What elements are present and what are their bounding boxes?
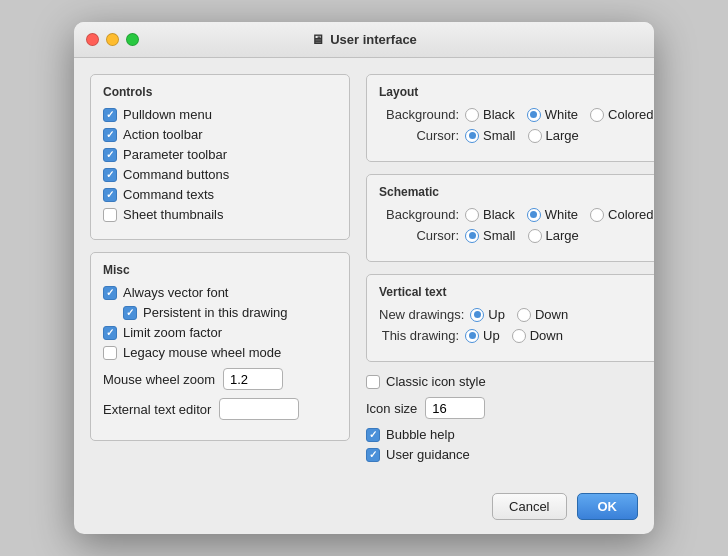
this-drawing-down-label: Down — [530, 328, 563, 343]
schematic-cursor-large[interactable]: Large — [528, 228, 579, 243]
this-drawing-label: This drawing: — [379, 328, 459, 343]
new-drawings-up-radio[interactable] — [470, 308, 484, 322]
mouse-zoom-input[interactable] — [223, 368, 283, 390]
new-drawings-up[interactable]: Up — [470, 307, 505, 322]
limit-zoom-label: Limit zoom factor — [123, 325, 222, 340]
this-drawing-down-radio[interactable] — [512, 329, 526, 343]
external-editor-input[interactable] — [219, 398, 299, 420]
mouse-zoom-row: Mouse wheel zoom — [103, 368, 337, 390]
command-buttons-label: Command buttons — [123, 167, 229, 182]
this-drawing-row: This drawing: Up Down — [379, 328, 654, 343]
pulldown-menu-row: Pulldown menu — [103, 107, 337, 122]
this-drawing-up[interactable]: Up — [465, 328, 500, 343]
schematic-bg-white-radio[interactable] — [527, 208, 541, 222]
parameter-toolbar-checkbox[interactable] — [103, 148, 117, 162]
window-controls — [86, 33, 139, 46]
schematic-bg-black-radio[interactable] — [465, 208, 479, 222]
user-guidance-label: User guidance — [386, 447, 470, 462]
schematic-bg-colored-radio[interactable] — [590, 208, 604, 222]
schematic-cursor-large-radio[interactable] — [528, 229, 542, 243]
window-title: 🖥 User interface — [311, 32, 417, 47]
new-drawings-label: New drawings: — [379, 307, 464, 322]
layout-cursor-large-label: Large — [546, 128, 579, 143]
vector-font-checkbox[interactable] — [103, 286, 117, 300]
new-drawings-down[interactable]: Down — [517, 307, 568, 322]
schematic-bg-black[interactable]: Black — [465, 207, 515, 222]
new-drawings-down-label: Down — [535, 307, 568, 322]
schematic-cursor-row: Cursor: Small Large — [379, 228, 654, 243]
layout-bg-colored[interactable]: Colored — [590, 107, 654, 122]
schematic-section: Schematic Background: Black White — [366, 174, 654, 262]
parameter-toolbar-row: Parameter toolbar — [103, 147, 337, 162]
vertical-text-section: Vertical text New drawings: Up Down — [366, 274, 654, 362]
user-guidance-checkbox[interactable] — [366, 448, 380, 462]
left-panel: Controls Pulldown menu Action toolbar Pa… — [90, 74, 350, 467]
layout-bg-black[interactable]: Black — [465, 107, 515, 122]
layout-background-group: Black White Colored — [465, 107, 654, 122]
new-drawings-row: New drawings: Up Down — [379, 307, 654, 322]
layout-bg-colored-radio[interactable] — [590, 108, 604, 122]
limit-zoom-checkbox[interactable] — [103, 326, 117, 340]
new-drawings-down-radio[interactable] — [517, 308, 531, 322]
main-window: 🖥 User interface Controls Pulldown menu … — [74, 22, 654, 534]
schematic-cursor-small-radio[interactable] — [465, 229, 479, 243]
icon-size-row: Icon size — [366, 397, 654, 419]
bubble-help-checkbox[interactable] — [366, 428, 380, 442]
this-drawing-down[interactable]: Down — [512, 328, 563, 343]
layout-cursor-small-label: Small — [483, 128, 516, 143]
legacy-mouse-row: Legacy mouse wheel mode — [103, 345, 337, 360]
new-drawings-group: Up Down — [470, 307, 568, 322]
ok-button[interactable]: OK — [577, 493, 639, 520]
minimize-button[interactable] — [106, 33, 119, 46]
schematic-bg-white[interactable]: White — [527, 207, 578, 222]
pulldown-menu-label: Pulldown menu — [123, 107, 212, 122]
layout-cursor-small[interactable]: Small — [465, 128, 516, 143]
action-toolbar-label: Action toolbar — [123, 127, 203, 142]
schematic-bg-colored-label: Colored — [608, 207, 654, 222]
persistent-checkbox[interactable] — [123, 306, 137, 320]
classic-icon-label: Classic icon style — [386, 374, 486, 389]
footer: Cancel OK — [74, 483, 654, 534]
controls-section: Controls Pulldown menu Action toolbar Pa… — [90, 74, 350, 240]
schematic-bg-colored[interactable]: Colored — [590, 207, 654, 222]
new-drawings-up-label: Up — [488, 307, 505, 322]
layout-bg-white-radio[interactable] — [527, 108, 541, 122]
sheet-thumbnails-checkbox[interactable] — [103, 208, 117, 222]
this-drawing-up-radio[interactable] — [465, 329, 479, 343]
vector-font-row: Always vector font — [103, 285, 337, 300]
command-texts-checkbox[interactable] — [103, 188, 117, 202]
layout-cursor-small-radio[interactable] — [465, 129, 479, 143]
layout-bg-black-radio[interactable] — [465, 108, 479, 122]
maximize-button[interactable] — [126, 33, 139, 46]
user-guidance-row: User guidance — [366, 447, 654, 462]
limit-zoom-row: Limit zoom factor — [103, 325, 337, 340]
layout-bg-colored-label: Colored — [608, 107, 654, 122]
classic-icon-checkbox[interactable] — [366, 375, 380, 389]
command-buttons-checkbox[interactable] — [103, 168, 117, 182]
legacy-mouse-checkbox[interactable] — [103, 346, 117, 360]
parameter-toolbar-label: Parameter toolbar — [123, 147, 227, 162]
misc-section: Misc Always vector font Persistent in th… — [90, 252, 350, 441]
external-editor-label: External text editor — [103, 402, 211, 417]
layout-cursor-large-radio[interactable] — [528, 129, 542, 143]
action-toolbar-checkbox[interactable] — [103, 128, 117, 142]
icon-size-input[interactable] — [425, 397, 485, 419]
right-panel: Layout Background: Black White — [366, 74, 654, 467]
command-buttons-row: Command buttons — [103, 167, 337, 182]
external-editor-row: External text editor — [103, 398, 337, 420]
layout-cursor-large[interactable]: Large — [528, 128, 579, 143]
schematic-background-group: Black White Colored — [465, 207, 654, 222]
schematic-cursor-small-label: Small — [483, 228, 516, 243]
bubble-help-label: Bubble help — [386, 427, 455, 442]
persistent-row: Persistent in this drawing — [123, 305, 337, 320]
schematic-cursor-small[interactable]: Small — [465, 228, 516, 243]
close-button[interactable] — [86, 33, 99, 46]
cancel-button[interactable]: Cancel — [492, 493, 566, 520]
titlebar: 🖥 User interface — [74, 22, 654, 58]
layout-bg-black-label: Black — [483, 107, 515, 122]
schematic-cursor-group: Small Large — [465, 228, 579, 243]
schematic-bg-black-label: Black — [483, 207, 515, 222]
layout-bg-white[interactable]: White — [527, 107, 578, 122]
sheet-thumbnails-label: Sheet thumbnails — [123, 207, 223, 222]
pulldown-menu-checkbox[interactable] — [103, 108, 117, 122]
